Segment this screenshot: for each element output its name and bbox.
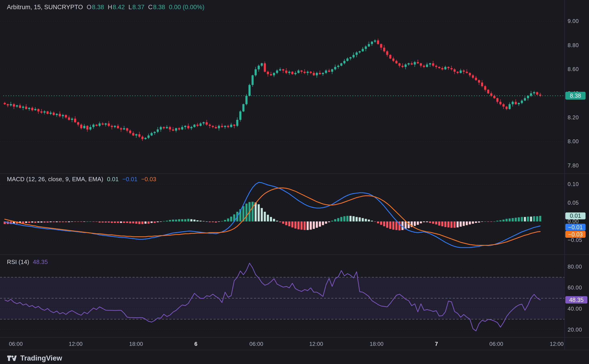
tradingview-logo[interactable]: TradingView — [7, 354, 62, 362]
time-tick-label: 12:00 — [69, 341, 83, 347]
rsi-tick-label: 80.00 — [568, 264, 582, 270]
rsi-tick-label: 60.00 — [568, 285, 582, 291]
price-tick-label: 8.00 — [568, 138, 579, 145]
tradingview-mark-icon — [7, 355, 17, 362]
macd-tick-label: 0.05 — [568, 200, 579, 206]
rsi-legend: RSI (14) 48.35 — [7, 259, 48, 266]
change-value: 0.00 (0.00%) — [169, 4, 205, 11]
macd-histogram-badge: 0.01 — [565, 213, 586, 219]
rsi-title[interactable]: RSI (14) — [7, 259, 29, 266]
low-value: L8.37 — [128, 4, 145, 11]
open-value: O8.38 — [87, 4, 104, 11]
macd-line-badge: −0.01 — [565, 224, 586, 231]
price-tick-label: 7.80 — [568, 162, 579, 169]
symbol-legend: Arbitrum, 15, SUNCRYPTO O8.38 H8.42 L8.3… — [7, 4, 204, 11]
time-tick-label: 12:00 — [309, 341, 323, 347]
rsi-tick-label: 40.00 — [568, 306, 582, 312]
high-value: H8.42 — [108, 4, 125, 11]
rsi-badge: 48.35 — [565, 296, 587, 304]
macd-tick-label: 0.10 — [568, 181, 579, 187]
time-tick-label: 06:00 — [249, 341, 263, 347]
time-tick-label: 6 — [194, 341, 197, 347]
time-tick-label: 06:00 — [489, 341, 503, 347]
macd-signal-value: −0.03 — [141, 176, 156, 183]
last-price-badge: 8.38 — [565, 92, 586, 100]
macd-signal-badge: −0.03 — [565, 231, 586, 238]
macd-legend: MACD (12, 26, close, 9, EMA, EMA) 0.01 −… — [7, 176, 156, 183]
price-tick-label: 8.60 — [568, 66, 579, 72]
time-tick-label: 7 — [435, 341, 438, 347]
macd-tick-label: −0.05 — [568, 237, 582, 243]
macd-hist-value: 0.01 — [107, 176, 119, 183]
macd-line-value: −0.01 — [122, 176, 138, 183]
price-tick-label: 8.80 — [568, 42, 579, 49]
price-tick-label: 8.20 — [568, 114, 579, 121]
time-tick-label: 12:00 — [550, 341, 564, 347]
macd-title[interactable]: MACD (12, 26, close, 9, EMA, EMA) — [7, 176, 103, 183]
time-tick-label: 06:00 — [9, 341, 23, 347]
price-tick-label: 9.00 — [568, 18, 579, 24]
time-tick-label: 18:00 — [370, 341, 384, 347]
chart-window: Arbitrum, 15, SUNCRYPTO O8.38 H8.42 L8.3… — [0, 0, 589, 364]
symbol-title[interactable]: Arbitrum, 15, SUNCRYPTO — [7, 4, 83, 11]
time-tick-label: 18:00 — [129, 341, 143, 347]
rsi-value: 48.35 — [33, 259, 48, 266]
time-axis[interactable]: 06:0012:0018:00606:0012:0018:00706:0012:… — [0, 338, 565, 350]
rsi-tick-label: 20.00 — [568, 326, 582, 333]
close-value: C8.38 — [148, 4, 165, 11]
tradingview-logo-text: TradingView — [20, 354, 62, 362]
